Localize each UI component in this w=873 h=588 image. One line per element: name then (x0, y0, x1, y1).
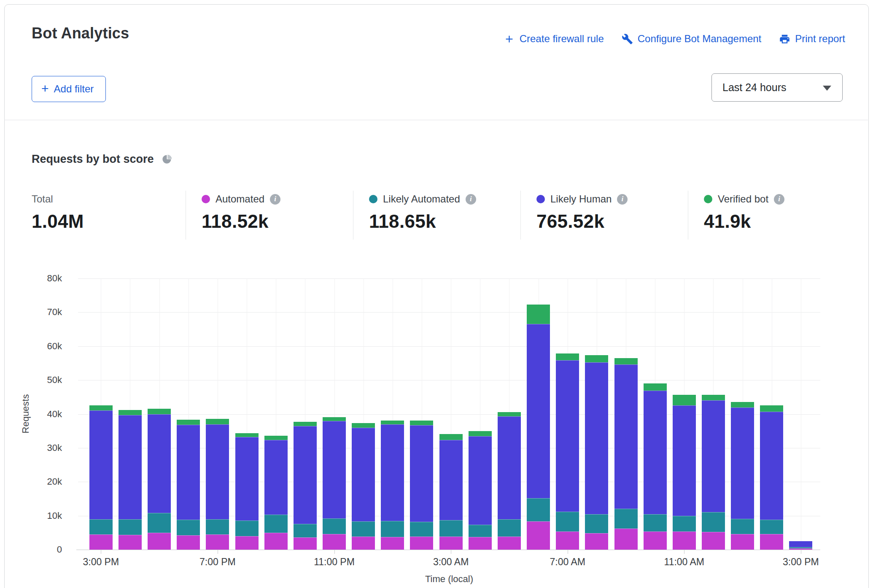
y-tick-label: 70k (15, 307, 62, 318)
create-firewall-rule-link[interactable]: Create firewall rule (504, 33, 604, 45)
stat-verified-bot: Verified bot i 41.9k (704, 192, 784, 232)
chart-bar[interactable] (585, 355, 608, 550)
bar-segment-automated (556, 531, 579, 550)
chart-bar[interactable] (148, 409, 171, 550)
chart-bar[interactable] (614, 358, 638, 550)
info-icon[interactable]: i (466, 194, 476, 205)
bar-segment-likely-automated (177, 520, 200, 535)
bar-segment-verified-bot (206, 419, 229, 424)
bar-segment-likely-human (119, 415, 142, 519)
chart-bar[interactable] (206, 419, 229, 550)
add-filter-button[interactable]: + Add filter (32, 76, 106, 102)
chart-bar[interactable] (294, 422, 317, 550)
bar-segment-likely-human (469, 436, 492, 525)
time-range-select[interactable]: Last 24 hours (711, 73, 843, 102)
bar-segment-verified-bot (148, 409, 171, 415)
info-icon[interactable]: i (617, 194, 628, 205)
stat-divider (353, 191, 353, 240)
bar-segment-verified-bot (644, 383, 667, 391)
bar-segment-likely-automated (614, 509, 638, 529)
bar-segment-likely-human (381, 424, 404, 521)
stat-likely-human: Likely Human i 765.52k (536, 192, 628, 232)
bar-segment-verified-bot (731, 402, 754, 408)
chart-bar[interactable] (323, 417, 346, 550)
section-header: Requests by bot score (32, 153, 172, 166)
chart-bar[interactable] (527, 305, 550, 550)
bar-segment-automated (148, 533, 171, 550)
requests-by-bot-score-chart: Requests Time (local) 010k20k30k40k50k60… (78, 278, 820, 550)
chart-bar[interactable] (789, 541, 812, 550)
bar-segment-automated (673, 531, 696, 550)
bar-segment-likely-human (323, 421, 346, 518)
configure-bot-management-label: Configure Bot Management (638, 33, 762, 45)
stat-likely-automated-label: Likely Automated (383, 193, 460, 205)
info-icon[interactable]: i (270, 194, 280, 205)
x-tick-mark (568, 550, 568, 554)
chart-bar[interactable] (264, 436, 288, 550)
bar-segment-likely-human (644, 391, 667, 514)
chart-bar[interactable] (760, 405, 783, 550)
bar-segment-likely-automated (702, 512, 725, 532)
bar-segment-verified-bot (294, 422, 317, 426)
chart-bar[interactable] (89, 405, 113, 550)
bar-segment-automated (469, 537, 492, 550)
bar-segment-verified-bot (89, 405, 113, 410)
time-range-value: Last 24 hours (722, 81, 787, 94)
chart-bar[interactable] (556, 353, 579, 550)
chart-bar[interactable] (644, 383, 667, 550)
bar-segment-automated (614, 529, 638, 550)
bar-segment-automated (352, 537, 375, 550)
chart-bar[interactable] (469, 431, 492, 550)
bar-segment-automated (381, 537, 404, 550)
bar-segment-automated (498, 537, 521, 550)
stat-likely-automated-value: 118.65k (369, 211, 476, 232)
x-tick-mark (218, 550, 218, 554)
pie-chart-icon (161, 154, 172, 165)
x-tick-label: 11:00 PM (314, 556, 355, 568)
bar-segment-automated (731, 534, 754, 550)
chart-bar[interactable] (410, 421, 433, 550)
bar-segment-likely-human (527, 324, 550, 498)
bar-segment-verified-bot (469, 431, 492, 436)
bar-segment-verified-bot (323, 417, 346, 421)
x-axis-line (76, 550, 820, 550)
stat-likely-human-label: Likely Human (550, 193, 612, 205)
bar-segment-likely-automated (294, 524, 317, 537)
x-tick-mark (684, 550, 684, 554)
bar-segment-likely-automated (264, 515, 288, 533)
bar-segment-automated (789, 548, 812, 550)
bar-segment-automated (702, 532, 725, 550)
y-tick-label: 40k (15, 409, 62, 420)
chart-bar[interactable] (381, 421, 404, 550)
chart-bar[interactable] (731, 402, 754, 550)
bar-segment-likely-human (148, 414, 171, 513)
likely-automated-dot-icon (369, 195, 377, 203)
y-tick-label: 20k (15, 476, 62, 487)
info-icon[interactable]: i (774, 194, 784, 205)
plus-icon (504, 33, 515, 45)
chart-bar[interactable] (235, 433, 259, 550)
chart-bar[interactable] (702, 395, 725, 550)
bar-segment-likely-automated (469, 525, 492, 537)
print-report-link[interactable]: Print report (779, 33, 845, 45)
bar-segment-automated (410, 537, 433, 550)
chart-bar[interactable] (352, 423, 375, 550)
bar-segment-likely-automated (498, 519, 521, 537)
chart-bar[interactable] (673, 395, 696, 550)
bar-segment-verified-bot (527, 305, 550, 324)
chart-bar[interactable] (498, 412, 521, 550)
bar-segment-likely-automated (527, 498, 550, 521)
printer-icon (779, 33, 790, 45)
x-tick-mark (334, 550, 335, 554)
configure-bot-management-link[interactable]: Configure Bot Management (622, 33, 762, 45)
chart-bar[interactable] (177, 420, 200, 550)
chart-bar[interactable] (119, 410, 142, 550)
stat-automated-value: 118.52k (202, 211, 280, 232)
bar-segment-likely-automated (381, 521, 404, 537)
stat-automated-label: Automated (216, 193, 264, 205)
bar-segment-likely-automated (148, 513, 171, 533)
bar-segment-automated (264, 533, 288, 550)
bar-segment-likely-human (439, 440, 463, 520)
create-firewall-rule-label: Create firewall rule (520, 33, 604, 45)
chart-bar[interactable] (439, 434, 463, 550)
